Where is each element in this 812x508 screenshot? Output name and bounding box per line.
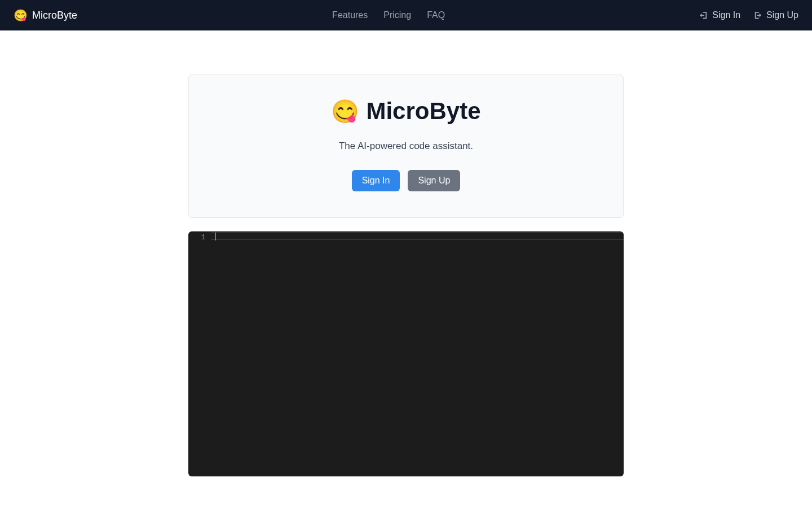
nav-link-pricing[interactable]: Pricing [383, 10, 411, 20]
editor-cursor [215, 233, 216, 240]
hero-emoji-icon: 😋 [331, 98, 359, 125]
editor-gutter: 1 [188, 231, 211, 476]
hero-title-text: MicroByte [366, 98, 480, 125]
sign-in-icon [700, 11, 708, 19]
navbar-auth-links: Sign In Sign Up [700, 10, 798, 20]
nav-link-faq[interactable]: FAQ [427, 10, 445, 20]
nav-sign-up-link[interactable]: Sign Up [754, 10, 798, 20]
hero-title: 😋 MicroByte [202, 98, 610, 125]
nav-link-features[interactable]: Features [332, 10, 368, 20]
line-number: 1 [188, 234, 205, 242]
brand-emoji-icon: 😋 [14, 8, 28, 22]
navbar: 😋 MicroByte Features Pricing FAQ Sign In… [0, 0, 812, 30]
navbar-center-links: Features Pricing FAQ [77, 10, 700, 20]
main-content: 😋 MicroByte The AI-powered code assistan… [188, 30, 624, 476]
sign-in-button[interactable]: Sign In [352, 170, 400, 191]
editor-active-line-highlight [211, 232, 624, 240]
sign-up-button[interactable]: Sign Up [408, 170, 460, 191]
navbar-brand[interactable]: 😋 MicroByte [14, 8, 77, 22]
brand-text: MicroByte [32, 10, 77, 21]
hero-buttons: Sign In Sign Up [202, 170, 610, 191]
sign-up-icon [754, 11, 762, 19]
code-editor[interactable]: 1 [188, 231, 624, 476]
nav-sign-in-link[interactable]: Sign In [700, 10, 740, 20]
nav-sign-up-label: Sign Up [766, 10, 798, 20]
hero-subtitle: The AI-powered code assistant. [202, 141, 610, 152]
nav-sign-in-label: Sign In [712, 10, 740, 20]
editor-content[interactable] [211, 231, 624, 476]
hero-card: 😋 MicroByte The AI-powered code assistan… [188, 75, 624, 218]
